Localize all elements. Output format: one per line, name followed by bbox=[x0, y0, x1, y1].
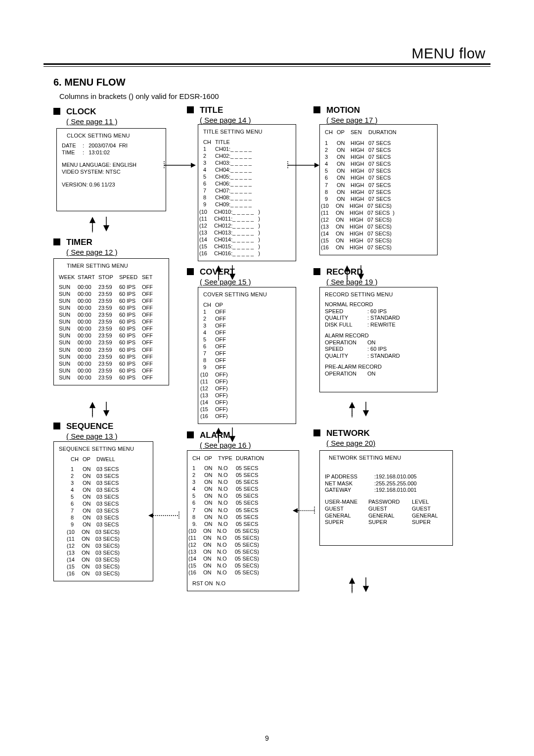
timer-hdr-speed: SPEED bbox=[119, 274, 142, 281]
clock-menu-title: CLOCK SETTING MENU bbox=[67, 133, 161, 140]
net-ip-lbl: IP ADDRESS bbox=[325, 473, 374, 480]
record-aspeed-lbl: SPEED bbox=[325, 346, 367, 353]
motion-row: 2ONHIGH07 SECS bbox=[325, 146, 432, 153]
record-op-val: ON bbox=[367, 339, 376, 345]
page-header: MENU flow bbox=[411, 46, 486, 62]
motion-hdr-duration: DURATION bbox=[368, 129, 398, 136]
covert-row: (15OFF) bbox=[203, 406, 291, 413]
title-row: (13CH013:_ _ _ _ _ ) bbox=[203, 229, 291, 236]
clock-date-val: : 2003/07/04 FRI bbox=[83, 142, 128, 148]
arrow-right-icon bbox=[163, 159, 198, 171]
sequence-row: 7ON03 SECS bbox=[71, 507, 148, 514]
covert-seepage: ( See page 15 ) bbox=[200, 278, 251, 286]
sequence-row: (15ON03 SECS) bbox=[71, 563, 148, 570]
title-row: 3CH03:_ _ _ _ _ bbox=[203, 159, 291, 166]
alarm-row: (14ONN.O05 SECS) bbox=[192, 555, 294, 562]
square-bullet-icon bbox=[53, 108, 60, 115]
nav-arrows-icon bbox=[87, 211, 116, 236]
network-menu-title: NETWORK SETTING MENU bbox=[329, 455, 447, 462]
timer-title: TIMER bbox=[66, 237, 92, 247]
title-section-title: TITLE ( See page 14 ) bbox=[187, 105, 251, 124]
network-user-row: GUESTGUESTGUEST bbox=[325, 506, 447, 513]
title-row: 7CH07:_ _ _ _ _ bbox=[203, 187, 291, 194]
network-user-row: SUPERSUPERSUPER bbox=[325, 519, 447, 526]
seq-hdr-ch: CH bbox=[71, 456, 83, 463]
title-row: 6CH06:_ _ _ _ _ bbox=[203, 180, 291, 187]
covert-row: 4OFF bbox=[203, 329, 291, 336]
timer-seepage: ( See page 12 ) bbox=[66, 248, 117, 256]
page-number: 9 bbox=[0, 734, 534, 742]
title-row: (11CH011:_ _ _ _ _ ) bbox=[203, 215, 291, 222]
square-bullet-icon bbox=[313, 429, 320, 436]
note-text: Columns in brackets () only valid for ED… bbox=[59, 92, 219, 100]
timer-row: SUN00:0023:5960 IPSOFF bbox=[59, 332, 164, 339]
timer-box: TIMER SETTING MENU WEEKSTARTSTOPSPEEDSET… bbox=[53, 258, 169, 385]
record-box: RECORD SETTING MENU NORMAL RECORD SPEED:… bbox=[319, 287, 438, 392]
square-bullet-icon bbox=[187, 106, 194, 113]
sequence-row: (11ON03 SECS) bbox=[71, 535, 148, 542]
sequence-menu-title: SEQUENCE SETTING MENU bbox=[59, 446, 148, 453]
covert-hdr-ch: CH bbox=[203, 301, 215, 308]
covert-row: 6OFF bbox=[203, 343, 291, 350]
alarm-row: (11ONN.O05 SECS) bbox=[192, 534, 294, 541]
alarm-row: 5ONN.O05 SECS bbox=[192, 492, 294, 499]
alarm-title: ALARM bbox=[200, 430, 230, 440]
title-row: (10CH010:_ _ _ _ _ ) bbox=[203, 208, 291, 215]
net-gw-val: :192.168.010.001 bbox=[374, 487, 417, 493]
title-row: 5CH05:_ _ _ _ _ bbox=[203, 173, 291, 180]
square-bullet-icon bbox=[187, 268, 194, 275]
arrow-left-icon bbox=[291, 505, 322, 517]
sequence-row: 6ON03 SECS bbox=[71, 500, 148, 507]
record-speed-lbl: SPEED bbox=[325, 308, 367, 315]
covert-menu-title: COVER SETTING MENU bbox=[203, 291, 291, 298]
covert-row: 9OFF bbox=[203, 364, 291, 371]
header-rule bbox=[44, 63, 490, 67]
timer-row: SUN00:0023:5960 IPSOFF bbox=[59, 367, 164, 374]
motion-row: 4ONHIGH07 SECS bbox=[325, 160, 432, 167]
title-row: 2CH02:_ _ _ _ _ bbox=[203, 152, 291, 159]
motion-box: CHOPSENDURATION 1ONHIGH07 SECS2ONHIGH07 … bbox=[319, 124, 438, 255]
covert-row: 8OFF bbox=[203, 357, 291, 364]
network-seepage: ( See page 20) bbox=[326, 439, 375, 447]
record-pop-lbl: OPERATION bbox=[325, 371, 367, 378]
section-heading: 6. MENU FLOW bbox=[53, 77, 126, 88]
record-aqual-val: : STANDARD bbox=[367, 353, 400, 359]
net-ip-val: :192.168.010.005 bbox=[374, 473, 417, 479]
sequence-seepage: ( See page 13 ) bbox=[66, 432, 117, 440]
motion-title: MOTION bbox=[326, 105, 360, 115]
clock-version: VERSION: 0.96 11/23 bbox=[62, 182, 161, 189]
motion-hdr-op: OP bbox=[337, 129, 351, 136]
record-speed-val: : 60 IPS bbox=[367, 308, 387, 314]
alarm-box: CHOPTYPEDURATION 1ONN.O05 SECS2ONN.O05 S… bbox=[187, 450, 299, 591]
clock-lang: MENU LANGUAGE: ENGLISH bbox=[62, 162, 161, 169]
sequence-section-title: SEQUENCE ( See page 13 ) bbox=[53, 422, 117, 440]
title-row: (15CH015:_ _ _ _ _ ) bbox=[203, 243, 291, 250]
alarm-row: 7ONN.O05 SECS bbox=[192, 507, 294, 514]
alarm-row: 8ONN.O05 SECS bbox=[192, 514, 294, 520]
covert-row: 3OFF bbox=[203, 322, 291, 329]
sequence-row: 2ON03 SECS bbox=[71, 472, 148, 479]
alarm-hdr-duration: DURATION bbox=[236, 455, 266, 462]
sequence-title: SEQUENCE bbox=[66, 422, 113, 431]
net-user-hdr-b: PASSWORD bbox=[368, 499, 412, 506]
motion-row: (14ONHIGH07 SECS) bbox=[325, 230, 432, 237]
timer-hdr-start: START bbox=[78, 274, 98, 281]
covert-row: (12OFF) bbox=[203, 385, 291, 392]
motion-row: 9ONHIGH07 SECS bbox=[325, 195, 432, 202]
title-row: (14CH014:_ _ _ _ _ ) bbox=[203, 236, 291, 243]
network-section-title: NETWORK ( See page 20) bbox=[313, 428, 375, 447]
title-hdr-ch: CH bbox=[203, 139, 215, 145]
alarm-hdr-op: OP bbox=[204, 455, 218, 462]
covert-row: (14OFF) bbox=[203, 399, 291, 406]
alarm-seepage: ( See page 16 ) bbox=[200, 441, 251, 449]
square-bullet-icon bbox=[53, 238, 60, 245]
title-seepage: ( See page 14 ) bbox=[200, 116, 251, 124]
title-row: 8CH08:_ _ _ _ _ bbox=[203, 194, 291, 201]
square-bullet-icon bbox=[53, 423, 60, 429]
covert-hdr-op: OP bbox=[215, 301, 223, 308]
timer-row: SUN00:0023:5960 IPSOFF bbox=[59, 339, 164, 346]
record-pre-hdr: PRE-ALARM RECORD bbox=[325, 364, 432, 371]
nav-arrows-icon bbox=[346, 571, 376, 596]
square-bullet-icon bbox=[313, 106, 320, 113]
alarm-row: 6ONN.O05 SECS bbox=[192, 499, 294, 506]
